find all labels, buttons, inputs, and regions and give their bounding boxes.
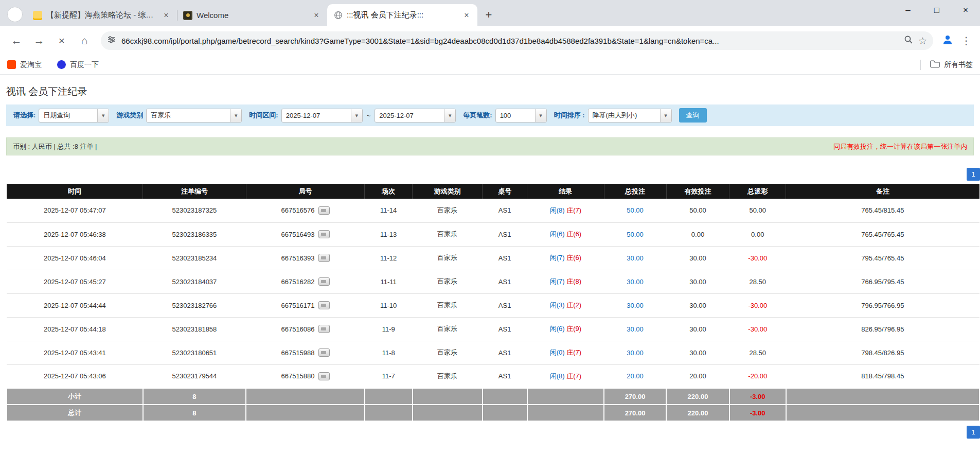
date-from-select[interactable]: 2025-12-07 ▾	[281, 109, 363, 123]
result-banker: 庄(6)	[566, 254, 581, 261]
result-banker: 庄(6)	[566, 230, 581, 238]
replay-icon[interactable]	[318, 348, 330, 357]
chevron-down-icon[interactable]: ▾	[351, 109, 362, 122]
forward-button[interactable]: →	[29, 30, 49, 51]
cell-result: 闲(6) 庄(6)	[527, 222, 604, 246]
sort-value: 降幂(由大到小)	[589, 109, 660, 122]
baidu-favicon	[57, 60, 66, 69]
cell-note: 818.45/798.45	[786, 364, 979, 388]
tab-haiyan-forum[interactable]: 【新提醒】海燕策略论坛 - 综合... ×	[27, 4, 177, 26]
chevron-down-icon[interactable]: ▾	[97, 109, 109, 122]
replay-icon[interactable]	[318, 254, 330, 262]
chevron-down-icon[interactable]: ▾	[230, 109, 241, 122]
replay-icon[interactable]	[318, 372, 330, 380]
tab-close-icon[interactable]: ×	[461, 10, 472, 21]
result-player: 闲(6)	[550, 230, 565, 238]
pagination-bottom: 1	[0, 426, 980, 439]
all-bookmarks-label: 所有书签	[944, 60, 973, 69]
date-to-select[interactable]: 2025-12-07 ▾	[375, 109, 456, 123]
page-1-button[interactable]: 1	[967, 426, 980, 439]
search-button[interactable]: 查询	[679, 108, 707, 123]
bookmark-star-icon[interactable]: ☆	[918, 35, 927, 47]
column-header: 局号	[246, 184, 365, 199]
close-button[interactable]: ×	[951, 0, 980, 21]
maximize-button[interactable]: □	[922, 0, 951, 21]
replay-icon[interactable]	[318, 277, 330, 286]
url-text: 66cxkj98.com/ipl/portal.php/game/betreco…	[121, 37, 899, 45]
result-banker: 庄(8)	[566, 277, 581, 285]
cell-bet-no: 523023187325	[143, 199, 246, 222]
tab-favicon-logo-icon	[183, 11, 192, 20]
cell-session: 11-14	[365, 199, 413, 222]
cell-total-bet: 30.00	[604, 246, 666, 270]
cell-session: 11-13	[365, 222, 413, 246]
cell-total-bet: 50.00	[604, 199, 666, 222]
page-1-button[interactable]: 1	[967, 168, 980, 181]
cell-game-type: 百家乐	[413, 364, 483, 388]
back-button[interactable]: ←	[6, 30, 27, 51]
profile-avatar-icon[interactable]	[941, 33, 954, 48]
total-bet-link[interactable]: 50.00	[627, 206, 644, 214]
bookmark-baidu[interactable]: 百度一下	[57, 60, 99, 69]
chevron-down-icon[interactable]: ▾	[660, 109, 671, 122]
total-bet-link[interactable]: 30.00	[627, 349, 644, 357]
stop-loading-button[interactable]: ×	[51, 30, 72, 51]
sort-label: 时间排序 :	[554, 111, 585, 120]
total-bet-link[interactable]: 50.00	[627, 231, 644, 238]
total-bet-link[interactable]: 30.00	[627, 278, 644, 286]
cell-payout: 28.50	[729, 341, 786, 364]
replay-icon[interactable]	[318, 325, 330, 333]
tab-welcome[interactable]: Welcome ×	[177, 4, 327, 26]
cell-note: 795.45/765.45	[786, 246, 979, 270]
result-player: 闲(7)	[550, 277, 565, 285]
zoom-icon[interactable]	[904, 35, 913, 46]
cell-time: 2025-12-07 05:44:44	[7, 293, 143, 317]
sort-select[interactable]: 降幂(由大到小) ▾	[588, 109, 672, 123]
url-bar[interactable]: 66cxkj98.com/ipl/portal.php/game/betreco…	[101, 31, 933, 50]
date-range-label: 时间区间:	[249, 111, 278, 120]
footer-label: 总计	[7, 405, 143, 421]
query-type-select[interactable]: 日期查询 ▾	[39, 109, 109, 123]
cell-round-no: 667516576	[246, 199, 365, 222]
chevron-down-icon[interactable]: ▾	[444, 109, 455, 122]
cell-empty	[413, 388, 483, 405]
cell-game-type: 百家乐	[413, 246, 483, 270]
total-bet-link[interactable]: 30.00	[627, 302, 644, 309]
bookmark-aitaobao[interactable]: 爱淘宝	[7, 60, 42, 69]
bookmark-label: 爱淘宝	[20, 60, 42, 69]
tab-bet-records[interactable]: :::视讯 会员下注纪录::: ×	[327, 4, 477, 26]
tab-favicon-mail-icon	[33, 11, 42, 20]
total-bet-link[interactable]: 20.00	[627, 372, 644, 380]
window-controls: – □ ×	[894, 0, 980, 21]
game-type-select[interactable]: 百家乐 ▾	[146, 109, 242, 123]
cell-empty	[413, 405, 483, 421]
new-tab-button[interactable]: +	[480, 7, 497, 23]
cell-round-no: 667516393	[246, 246, 365, 270]
all-bookmarks[interactable]: 所有书签	[920, 60, 973, 70]
tab-close-icon[interactable]: ×	[311, 10, 322, 21]
minimize-button[interactable]: –	[894, 0, 922, 21]
cell-empty	[246, 405, 365, 421]
per-page-select[interactable]: 100 ▾	[495, 109, 547, 123]
column-header: 总投注	[604, 184, 666, 199]
replay-icon[interactable]	[318, 230, 330, 238]
footer-count: 8	[143, 405, 246, 421]
cell-result: 闲(8) 庄(7)	[527, 199, 604, 222]
column-header: 备注	[786, 184, 979, 199]
cell-result: 闲(6) 庄(9)	[527, 317, 604, 341]
replay-icon[interactable]	[318, 206, 330, 215]
cell-valid-bet: 30.00	[666, 317, 729, 341]
total-bet-link[interactable]: 30.00	[627, 325, 644, 333]
total-bet-link[interactable]: 30.00	[627, 254, 644, 262]
home-button[interactable]: ⌂	[74, 30, 95, 51]
column-header: 有效投注	[666, 184, 729, 199]
replay-icon[interactable]	[318, 301, 330, 309]
tune-icon[interactable]	[107, 35, 116, 46]
menu-icon[interactable]: ⋮	[961, 34, 972, 47]
browser-avatar-icon[interactable]	[7, 7, 23, 22]
cell-total-bet: 20.00	[604, 364, 666, 388]
cell-payout: -30.00	[729, 317, 786, 341]
chevron-down-icon[interactable]: ▾	[535, 109, 546, 122]
cell-time: 2025-12-07 05:46:04	[7, 246, 143, 270]
tab-close-icon[interactable]: ×	[161, 10, 172, 21]
